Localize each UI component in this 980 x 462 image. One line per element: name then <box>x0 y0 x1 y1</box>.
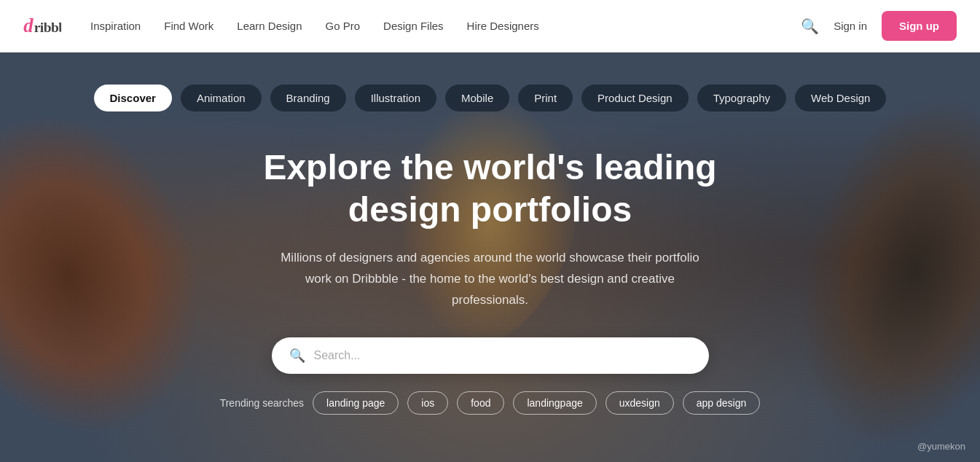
hero-subtitle: Millions of designers and agencies aroun… <box>271 248 708 311</box>
nav-inspiration[interactable]: Inspiration <box>90 20 141 32</box>
svg-text:d: d <box>23 15 34 36</box>
nav-learn-design[interactable]: Learn Design <box>237 20 302 32</box>
trending-tag-ios[interactable]: ios <box>407 391 448 415</box>
navbar: d ribbble Inspiration Find Work Learn De… <box>0 0 980 52</box>
hero-content: Explore the world's leading design portf… <box>248 146 731 337</box>
sign-up-button[interactable]: Sign up <box>882 11 957 41</box>
trending-label: Trending searches <box>220 397 304 409</box>
hero-section: Discover Animation Branding Illustration… <box>0 52 980 462</box>
category-print[interactable]: Print <box>518 85 573 111</box>
attribution: @yumekon <box>917 441 965 452</box>
trending-tag-uxdesign[interactable]: uxdesign <box>605 391 674 415</box>
search-bar-wrapper: 🔍 <box>272 337 709 374</box>
nav-links: Inspiration Find Work Learn Design Go Pr… <box>90 20 801 32</box>
trending-tag-app-design[interactable]: app design <box>683 391 761 415</box>
category-discover[interactable]: Discover <box>94 85 172 111</box>
category-web-design[interactable]: Web Design <box>795 85 886 111</box>
search-bar-icon: 🔍 <box>289 348 305 364</box>
logo[interactable]: d ribbble <box>23 9 61 43</box>
hero-title-line1: Explore the world's leading <box>263 148 716 187</box>
category-branding[interactable]: Branding <box>270 85 346 111</box>
category-bar: Discover Animation Branding Illustration… <box>94 85 887 111</box>
category-mobile[interactable]: Mobile <box>445 85 509 111</box>
search-icon[interactable]: 🔍 <box>801 17 819 35</box>
hero-title: Explore the world's leading design portf… <box>263 146 716 230</box>
category-typography[interactable]: Typography <box>697 85 786 111</box>
nav-find-work[interactable]: Find Work <box>164 20 213 32</box>
trending-tag-landingpage[interactable]: landingpage <box>513 391 596 415</box>
category-illustration[interactable]: Illustration <box>355 85 436 111</box>
nav-design-files[interactable]: Design Files <box>383 20 444 32</box>
category-animation[interactable]: Animation <box>181 85 262 111</box>
nav-actions: 🔍 Sign in Sign up <box>801 11 957 41</box>
trending-tag-landing-page[interactable]: landing page <box>313 391 399 415</box>
hero-title-line2: design portfolios <box>348 190 632 229</box>
nav-hire-designers[interactable]: Hire Designers <box>467 20 539 32</box>
trending-row: Trending searches landing page ios food … <box>220 391 761 415</box>
category-product-design[interactable]: Product Design <box>581 85 689 111</box>
search-input[interactable] <box>314 349 691 362</box>
trending-tag-food[interactable]: food <box>457 391 504 415</box>
svg-text:ribbble: ribbble <box>34 20 61 35</box>
search-bar: 🔍 <box>272 337 709 374</box>
sign-in-link[interactable]: Sign in <box>834 20 867 32</box>
nav-go-pro[interactable]: Go Pro <box>326 20 361 32</box>
